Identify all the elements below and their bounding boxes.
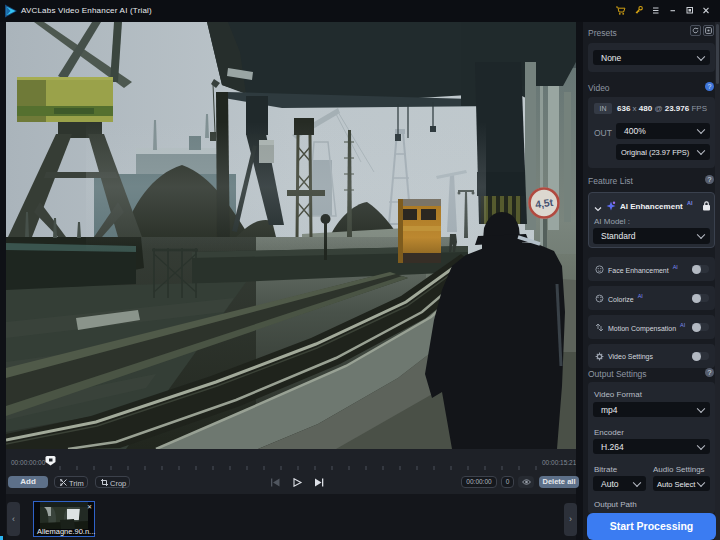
svg-text:4,5t: 4,5t xyxy=(534,196,554,210)
svg-text:00:00:00:00: 00:00:00:00 xyxy=(11,459,46,466)
svg-text:00:00:15:21: 00:00:15:21 xyxy=(542,459,576,466)
